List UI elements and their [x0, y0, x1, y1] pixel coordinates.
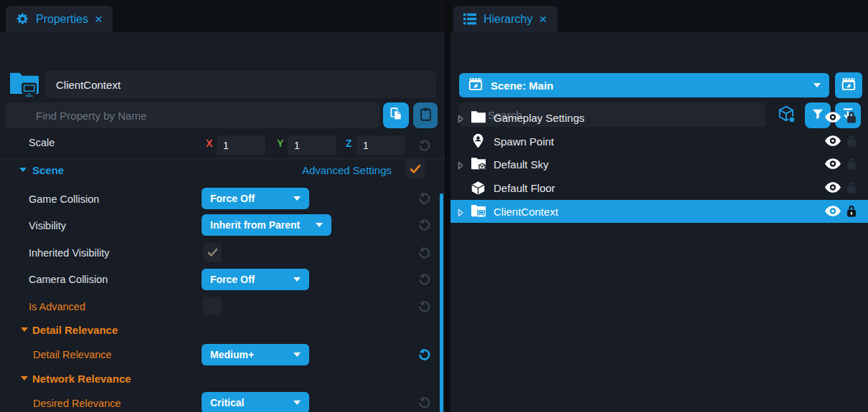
network-relevance-section-title[interactable]: Network Relevance	[32, 373, 131, 385]
reset-icon[interactable]	[416, 395, 432, 411]
tab-hierarchy-label: Hierarchy	[483, 13, 532, 26]
chevron-down-icon[interactable]	[21, 376, 28, 380]
chevron-down-icon	[293, 277, 301, 282]
reset-icon[interactable]	[416, 217, 432, 233]
chevron-down-icon[interactable]	[19, 168, 27, 172]
chevron-down-icon	[293, 353, 301, 357]
chevron-down-icon	[293, 196, 301, 201]
chevron-right-icon[interactable]	[458, 160, 464, 173]
camera-collision-label: Camera Collision	[29, 274, 108, 285]
gear-icon	[16, 12, 29, 26]
detail-relevance-section-title[interactable]: Detail Relevance	[32, 324, 118, 336]
lock-icon[interactable]	[846, 181, 857, 197]
tab-properties-label: Properties	[36, 13, 88, 26]
folder-cube-icon	[471, 156, 486, 173]
tree-row-gameplay-settings[interactable]: Gameplay Settings	[450, 106, 868, 129]
spawn-point-icon	[471, 133, 486, 152]
is-advanced-checkbox[interactable]	[203, 297, 222, 315]
camera-collision-dropdown[interactable]: Force Off	[202, 269, 309, 290]
folder-icon	[471, 110, 486, 127]
reset-icon[interactable]	[416, 272, 432, 287]
game-collision-dropdown[interactable]: Force Off	[202, 188, 309, 209]
tree-row-default-sky[interactable]: Default Sky	[450, 153, 868, 176]
tree-row-default-floor[interactable]: Default Floor	[450, 176, 868, 199]
chevron-down-icon	[316, 223, 323, 227]
game-collision-label: Game Collision	[29, 193, 99, 205]
visibility-dropdown[interactable]: Inherit from Parent	[202, 214, 331, 236]
chevron-right-icon[interactable]	[458, 113, 464, 126]
reset-icon[interactable]	[416, 347, 432, 363]
scene-settings-button[interactable]	[835, 72, 862, 98]
properties-body: Scale X Y Z Scene Advanced Settings Game…	[0, 32, 445, 412]
chevron-down-icon[interactable]	[21, 327, 28, 332]
visibility-eye-icon[interactable]	[825, 158, 841, 172]
properties-panel: Properties ×	[0, 0, 445, 412]
inherited-visibility-label: Inherited Visibility	[29, 247, 110, 259]
copy-button[interactable]	[383, 102, 409, 128]
paste-button[interactable]	[413, 102, 438, 128]
scene-section-title[interactable]: Scene	[32, 164, 64, 176]
vertical-scrollbar[interactable]	[440, 193, 443, 412]
visibility-eye-icon[interactable]	[825, 135, 841, 149]
cube-icon	[471, 181, 486, 198]
scene-clapperboard-icon	[841, 76, 857, 95]
is-advanced-label: Is Advanced	[29, 301, 85, 312]
client-context-folder-icon	[9, 69, 40, 100]
visibility-eye-icon[interactable]	[825, 112, 841, 125]
property-search-input[interactable]	[6, 102, 380, 128]
scene-selector-label: Scene: Main	[491, 80, 808, 92]
object-name-field[interactable]	[46, 71, 436, 98]
client-context-folder-icon	[471, 203, 486, 221]
close-icon[interactable]: ×	[539, 12, 547, 26]
advanced-settings-checkbox[interactable]	[406, 160, 425, 178]
visibility-label: Visibility	[29, 220, 66, 231]
axis-y-label: Y	[277, 138, 283, 149]
divider	[0, 158, 445, 159]
copy-icon	[389, 107, 403, 124]
tab-hierarchy[interactable]: Hierarchy ×	[453, 6, 557, 32]
hierarchy-panel: Hierarchy × Scene: Main	[450, 0, 868, 412]
desired-relevance-dropdown[interactable]: Critical	[202, 392, 309, 412]
scene-clapperboard-icon	[468, 76, 483, 95]
lock-icon[interactable]	[846, 110, 857, 127]
inherited-visibility-checkbox[interactable]	[203, 243, 222, 262]
reset-icon[interactable]	[416, 245, 432, 261]
reset-icon[interactable]	[416, 299, 432, 315]
scale-label: Scale	[29, 137, 55, 148]
axis-x-label: X	[206, 138, 212, 149]
axis-z-label: Z	[346, 138, 352, 149]
tree-row-spawn-point[interactable]: Spawn Point	[450, 130, 868, 153]
detail-relevance-label: Detail Relevance	[33, 349, 112, 360]
visibility-eye-icon[interactable]	[825, 206, 841, 219]
chevron-right-icon[interactable]	[458, 207, 464, 220]
scene-selector-dropdown[interactable]: Scene: Main	[459, 73, 829, 97]
editor-window: Properties ×	[0, 0, 868, 412]
tree-row-client-context[interactable]: ClientContext	[450, 200, 868, 223]
tab-properties[interactable]: Properties ×	[6, 6, 113, 32]
paste-icon	[419, 107, 433, 125]
reset-icon[interactable]	[416, 138, 432, 153]
close-icon[interactable]: ×	[95, 12, 103, 26]
desired-relevance-label: Desired Relevance	[33, 398, 121, 409]
chevron-down-icon	[813, 83, 821, 87]
chevron-down-icon	[293, 401, 301, 405]
hierarchy-body: Scene: Main	[450, 32, 868, 412]
lock-icon[interactable]	[846, 204, 857, 221]
lock-icon[interactable]	[846, 157, 857, 173]
scale-x-input[interactable]	[217, 135, 265, 155]
advanced-settings-label: Advanced Settings	[302, 164, 392, 176]
scale-y-input[interactable]	[288, 135, 336, 155]
reset-icon[interactable]	[416, 191, 432, 206]
visibility-eye-icon[interactable]	[825, 182, 841, 196]
scale-z-input[interactable]	[357, 135, 405, 155]
detail-relevance-dropdown[interactable]: Medium+	[202, 344, 309, 365]
lock-icon[interactable]	[846, 134, 857, 150]
hierarchy-list-icon	[463, 12, 477, 26]
